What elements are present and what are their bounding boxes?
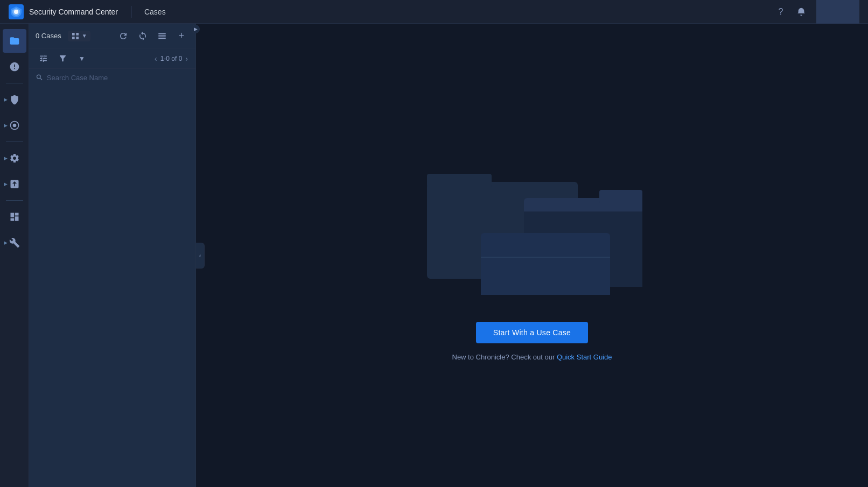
sidebar: ▶ ▶ ▶ ▶ ▶ (0, 24, 29, 487)
empty-state-illustration (416, 150, 648, 290)
pagination-next[interactable]: › (184, 54, 189, 63)
svg-rect-8 (481, 233, 610, 295)
left-panel: ▶ 0 Cases ▼ (29, 24, 196, 487)
sidebar-divider-2 (6, 142, 23, 142)
search-input[interactable] (47, 74, 189, 82)
main-content: ‹ Start With a Use Case (196, 24, 868, 487)
expand-arrow-radar: ▶ (4, 123, 8, 128)
expand-arrow-tools: ▶ (4, 240, 8, 245)
expand-arrow-shield: ▶ (4, 97, 8, 102)
view-grid-icon (71, 32, 80, 40)
sync-button[interactable] (135, 29, 150, 44)
folder-svg (416, 150, 653, 295)
cta-prefix-text: New to Chronicle? Check out our (452, 353, 557, 361)
header-page-title: Cases (144, 8, 166, 16)
cta-area: Start With a Use Case New to Chronicle? … (452, 322, 612, 361)
panel-collapse-handle[interactable]: ‹ (196, 243, 205, 269)
top-header: Security Command Center Cases ? (0, 0, 868, 24)
view-toggle-chevron: ▼ (82, 33, 87, 39)
layout-button[interactable] (155, 29, 170, 44)
view-toggle[interactable]: ▼ (68, 31, 90, 41)
panel-top-collapse[interactable]: ▶ (191, 25, 200, 33)
filter-button[interactable] (55, 51, 70, 66)
search-icon (36, 73, 44, 82)
sidebar-divider-1 (6, 83, 23, 83)
sidebar-item-cases[interactable] (3, 29, 26, 53)
case-count: 0 Cases (36, 32, 61, 40)
app-title: Security Command Center (29, 8, 118, 16)
sidebar-item-settings[interactable]: ▶ (3, 146, 26, 170)
main-body: ▶ ▶ ▶ ▶ ▶ ▶ (0, 24, 868, 487)
sidebar-item-radar[interactable]: ▶ (3, 114, 26, 137)
pagination-prev[interactable]: ‹ (153, 54, 158, 63)
svg-point-1 (14, 10, 18, 14)
panel-toolbar-1: 0 Cases ▼ (29, 24, 195, 48)
sidebar-item-analytics[interactable]: ▶ (3, 172, 26, 196)
sidebar-item-dashboard[interactable] (3, 205, 26, 229)
logo-area: Security Command Center Cases (9, 4, 166, 19)
quick-start-link[interactable]: Quick Start Guide (557, 353, 612, 361)
filter-chevron-button[interactable]: ▼ (74, 51, 89, 66)
svg-rect-6 (599, 190, 642, 203)
panel-toolbar-2: ▼ ‹ 1-0 of 0 › (29, 48, 195, 69)
pagination-text: 1-0 of 0 (160, 55, 183, 62)
filter-settings-button[interactable] (36, 51, 51, 66)
expand-arrow-settings: ▶ (4, 156, 8, 161)
refresh-button[interactable] (116, 29, 131, 44)
sidebar-divider-3 (6, 200, 23, 201)
header-right: ? (775, 0, 859, 24)
cta-text: New to Chronicle? Check out our Quick St… (452, 353, 612, 361)
sidebar-item-alerts[interactable] (3, 55, 26, 79)
sidebar-item-tools[interactable]: ▶ (3, 231, 26, 255)
start-use-case-button[interactable]: Start With a Use Case (476, 322, 588, 343)
svg-rect-4 (427, 174, 492, 187)
user-avatar[interactable] (816, 0, 859, 24)
header-divider (131, 6, 131, 18)
expand-arrow-analytics: ▶ (4, 181, 8, 187)
help-icon[interactable]: ? (775, 6, 786, 17)
search-area (29, 69, 195, 87)
sidebar-item-shield[interactable]: ▶ (3, 88, 26, 111)
pagination-area: ‹ 1-0 of 0 › (153, 54, 189, 63)
notification-icon[interactable] (796, 6, 807, 17)
add-button[interactable]: + (174, 29, 189, 44)
search-input-wrap (36, 73, 189, 82)
app-logo-icon (9, 4, 24, 19)
